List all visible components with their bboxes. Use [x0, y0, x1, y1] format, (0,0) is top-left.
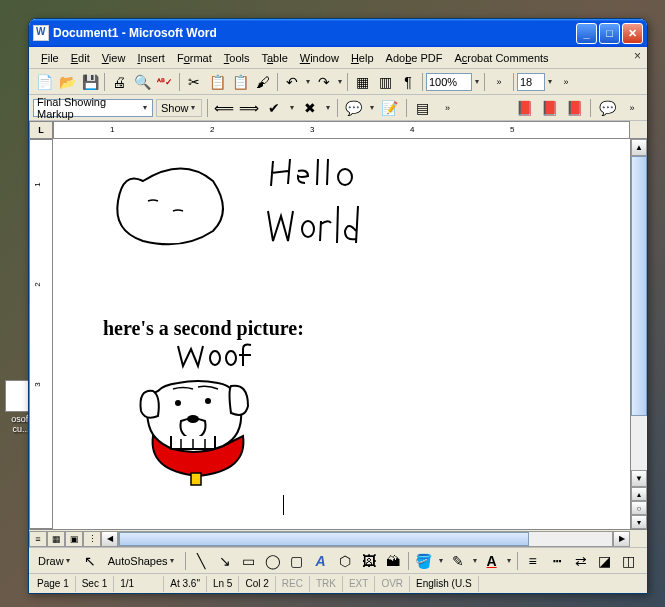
insert-table-button[interactable]: ▦ — [351, 71, 373, 93]
menu-window[interactable]: Window — [294, 50, 345, 66]
status-rec[interactable]: REC — [276, 576, 310, 592]
menu-format[interactable]: Format — [171, 50, 218, 66]
shadow-style-button[interactable]: ◪ — [594, 550, 616, 572]
scroll-up-button[interactable]: ▲ — [631, 139, 647, 156]
track-changes-button[interactable]: 📝 — [379, 97, 401, 119]
tab-selector[interactable]: L — [29, 121, 53, 139]
select-browse-object-button[interactable]: ○ — [631, 501, 647, 515]
menu-view[interactable]: View — [96, 50, 132, 66]
document-page[interactable]: here's a second picture: — [53, 139, 630, 529]
new-comment-button[interactable]: 💬 — [343, 97, 365, 119]
acrobat-overflow-icon[interactable]: » — [621, 97, 643, 119]
scroll-left-button[interactable]: ◀ — [101, 531, 118, 547]
undo-button[interactable]: ↶ — [281, 71, 303, 93]
scroll-right-button[interactable]: ▶ — [613, 531, 630, 547]
picture-2[interactable] — [103, 341, 303, 501]
show-hide-button[interactable]: ¶ — [397, 71, 419, 93]
pdf-create-button[interactable]: 📕 — [513, 97, 535, 119]
status-trk[interactable]: TRK — [310, 576, 343, 592]
pdf-email-button[interactable]: 📕 — [538, 97, 560, 119]
oval-tool-button[interactable]: ◯ — [262, 550, 284, 572]
close-button[interactable]: ✕ — [622, 23, 643, 44]
draw-menu-button[interactable]: Draw ▾ — [33, 551, 77, 571]
line-tool-button[interactable]: ╲ — [190, 550, 212, 572]
next-change-button[interactable]: ⟹ — [238, 97, 260, 119]
display-for-review-combo[interactable]: Final Showing Markup▾ — [33, 99, 153, 117]
cut-button[interactable]: ✂ — [183, 71, 205, 93]
arrow-tool-button[interactable]: ↘ — [214, 550, 236, 572]
3d-style-button[interactable]: ◫ — [618, 550, 640, 572]
prev-change-button[interactable]: ⟸ — [213, 97, 235, 119]
select-objects-button[interactable]: ↖ — [79, 550, 101, 572]
toolbar-overflow-icon[interactable]: » — [488, 71, 510, 93]
rectangle-tool-button[interactable]: ▭ — [238, 550, 260, 572]
spellcheck-button[interactable]: ᴬᴮ✓ — [154, 71, 176, 93]
show-menu-button[interactable]: Show ▾ — [156, 99, 202, 117]
accept-change-button[interactable]: ✔ — [263, 97, 285, 119]
dash-style-button[interactable]: ┅ — [546, 550, 568, 572]
reject-change-button[interactable]: ✖ — [299, 97, 321, 119]
vertical-scrollbar[interactable]: ▲ ▼ ▴ ○ ▾ — [630, 139, 647, 529]
zoom-dropdown[interactable]: ▾ — [473, 77, 481, 86]
status-lang[interactable]: English (U.S — [410, 576, 479, 592]
line-color-button[interactable]: ✎ — [447, 550, 469, 572]
font-size-dropdown[interactable]: ▾ — [546, 77, 554, 86]
web-layout-view-button[interactable]: ▦ — [47, 531, 65, 547]
redo-button[interactable]: ↷ — [313, 71, 335, 93]
diagram-button[interactable]: ⬡ — [334, 550, 356, 572]
font-size-combo[interactable]: 18 — [517, 73, 545, 91]
outline-view-button[interactable]: ⋮ — [83, 531, 101, 547]
menu-file[interactable]: File — [35, 50, 65, 66]
comment-dropdown[interactable]: ▾ — [368, 103, 376, 112]
menu-adobe-pdf[interactable]: Adobe PDF — [380, 50, 449, 66]
normal-view-button[interactable]: ≡ — [29, 531, 47, 547]
arrow-style-button[interactable]: ⇄ — [570, 550, 592, 572]
menu-table[interactable]: Table — [255, 50, 293, 66]
line-color-dropdown[interactable]: ▾ — [471, 556, 479, 565]
insert-picture-button[interactable]: 🏔 — [382, 550, 404, 572]
menu-close-icon[interactable]: × — [634, 49, 641, 63]
menu-edit[interactable]: Edit — [65, 50, 96, 66]
menu-help[interactable]: Help — [345, 50, 380, 66]
wordart-button[interactable]: A — [310, 550, 332, 572]
font-color-button[interactable]: A — [481, 550, 503, 572]
prev-page-button[interactable]: ▴ — [631, 487, 647, 501]
reject-dropdown[interactable]: ▾ — [324, 103, 332, 112]
print-preview-button[interactable]: 🔍 — [131, 71, 153, 93]
line-style-button[interactable]: ≡ — [522, 550, 544, 572]
format-painter-button[interactable]: 🖌 — [252, 71, 274, 93]
columns-button[interactable]: ▥ — [374, 71, 396, 93]
picture-1[interactable] — [93, 151, 393, 271]
pdf-review-button[interactable]: 📕 — [563, 97, 585, 119]
status-ext[interactable]: EXT — [343, 576, 375, 592]
menu-acrobat-comments[interactable]: Acrobat Comments — [448, 50, 554, 66]
fill-color-dropdown[interactable]: ▾ — [437, 556, 445, 565]
redo-dropdown[interactable]: ▾ — [336, 77, 344, 86]
font-color-dropdown[interactable]: ▾ — [505, 556, 513, 565]
next-page-button[interactable]: ▾ — [631, 515, 647, 529]
textbox-tool-button[interactable]: ▢ — [286, 550, 308, 572]
copy-button[interactable]: 📋 — [206, 71, 228, 93]
reviewing-pane-button[interactable]: ▤ — [412, 97, 434, 119]
zoom-combo[interactable]: 100% — [426, 73, 472, 91]
fill-color-button[interactable]: 🪣 — [413, 550, 435, 572]
vertical-ruler[interactable]: 1 2 3 — [29, 139, 53, 529]
undo-dropdown[interactable]: ▾ — [304, 77, 312, 86]
scroll-down-button[interactable]: ▼ — [631, 470, 647, 487]
accept-dropdown[interactable]: ▾ — [288, 103, 296, 112]
menu-insert[interactable]: Insert — [131, 50, 171, 66]
format-overflow-icon[interactable]: » — [555, 71, 577, 93]
new-doc-button[interactable]: 📄 — [33, 71, 55, 93]
minimize-button[interactable]: _ — [576, 23, 597, 44]
save-button[interactable]: 💾 — [79, 71, 101, 93]
clipart-button[interactable]: 🖼 — [358, 550, 380, 572]
autoshapes-menu-button[interactable]: AutoShapes ▾ — [103, 551, 181, 571]
scroll-thumb-v[interactable] — [631, 156, 647, 416]
review-overflow-icon[interactable]: » — [437, 97, 459, 119]
scroll-thumb-h[interactable] — [119, 532, 529, 546]
scroll-track-v[interactable] — [631, 156, 647, 470]
print-button[interactable]: 🖨 — [108, 71, 130, 93]
open-button[interactable]: 📂 — [56, 71, 78, 93]
scroll-track-h[interactable] — [118, 531, 613, 547]
print-layout-view-button[interactable]: ▣ — [65, 531, 83, 547]
